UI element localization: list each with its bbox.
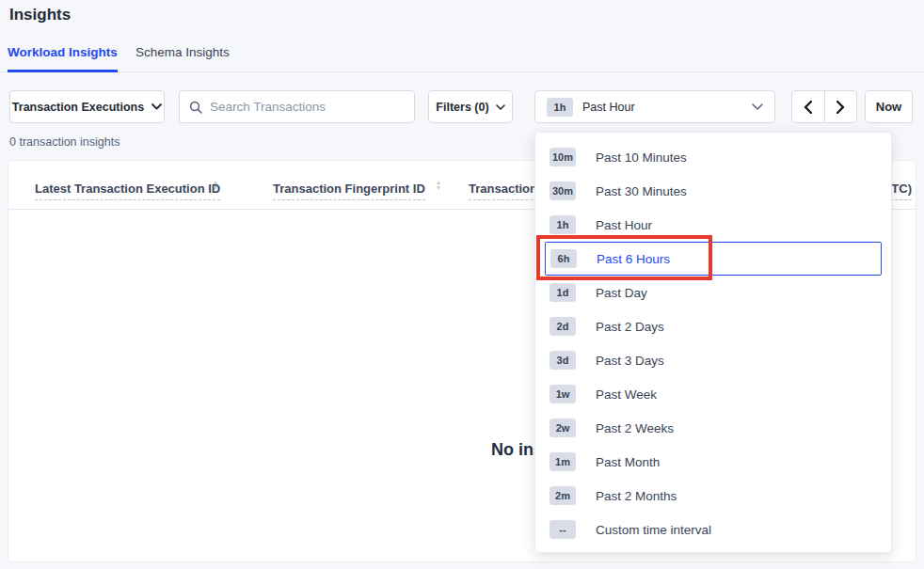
option-badge: 1d bbox=[550, 283, 576, 302]
dropdown-option-past-30-minutes[interactable]: 30m Past 30 Minutes bbox=[535, 174, 891, 208]
dropdown-option-past-day[interactable]: 1d Past Day bbox=[535, 276, 891, 309]
insights-page: Insights Workload Insights Schema Insigh… bbox=[0, 0, 924, 569]
sort-icon[interactable]: ▲▼ bbox=[434, 180, 443, 191]
chevron-right-icon bbox=[836, 101, 845, 114]
search-icon bbox=[189, 101, 202, 114]
option-badge: 1m bbox=[550, 452, 576, 471]
column-header-txn-fingerprint-id[interactable]: Transaction Fingerprint ID bbox=[273, 182, 425, 200]
option-badge: 30m bbox=[550, 182, 576, 200]
option-badge: 10m bbox=[550, 148, 576, 166]
option-label: Past Month bbox=[596, 455, 660, 469]
tab-schema-label: Schema Insights bbox=[135, 45, 230, 59]
tab-schema-insights[interactable]: Schema Insights bbox=[135, 45, 230, 59]
option-badge: 1w bbox=[550, 385, 576, 403]
dropdown-option-past-2-months[interactable]: 2m Past 2 Months bbox=[535, 479, 891, 513]
chevron-down-icon bbox=[151, 103, 162, 110]
chevron-left-icon bbox=[804, 101, 812, 114]
dropdown-option-past-6-hours[interactable]: 6h Past 6 Hours bbox=[545, 242, 882, 276]
page-title: Insights bbox=[9, 6, 71, 24]
time-interval-dropdown: 10m Past 10 Minutes 30m Past 30 Minutes … bbox=[534, 132, 892, 553]
tab-workload-insights[interactable]: Workload Insights bbox=[8, 45, 118, 59]
option-badge: 2m bbox=[550, 486, 576, 505]
option-label: Custom time interval bbox=[596, 523, 711, 537]
option-label: Past Hour bbox=[596, 218, 652, 232]
transaction-type-select[interactable]: Transaction Executions bbox=[9, 90, 165, 123]
search-transactions-box[interactable] bbox=[179, 90, 415, 123]
insights-count-text: 0 transaction insights bbox=[9, 135, 119, 149]
now-button[interactable]: Now bbox=[865, 90, 913, 123]
option-label: Past 10 Minutes bbox=[596, 150, 687, 165]
next-interval-button[interactable] bbox=[825, 91, 857, 122]
time-range-stepper bbox=[791, 90, 857, 123]
time-interval-value: Past Hour bbox=[582, 101, 635, 114]
time-interval-badge: 1h bbox=[547, 98, 573, 117]
search-transactions-input[interactable] bbox=[210, 100, 405, 114]
transaction-type-label: Transaction Executions bbox=[12, 101, 144, 114]
dropdown-option-custom-time-interval[interactable]: -- Custom time interval bbox=[535, 513, 891, 546]
filters-label: Filters (0) bbox=[436, 101, 488, 114]
now-label: Now bbox=[876, 100, 901, 114]
active-tab-underline bbox=[8, 70, 118, 72]
option-label: Past 30 Minutes bbox=[596, 184, 687, 198]
chevron-down-icon bbox=[752, 103, 763, 110]
sort-icon[interactable]: ▲▼ bbox=[211, 180, 220, 191]
option-label: Past 3 Days bbox=[596, 354, 664, 368]
dropdown-option-past-10-minutes[interactable]: 10m Past 10 Minutes bbox=[535, 140, 891, 174]
chevron-down-icon bbox=[496, 104, 505, 110]
dropdown-option-past-week[interactable]: 1w Past Week bbox=[535, 377, 891, 411]
option-label: Past 2 Weeks bbox=[596, 421, 674, 435]
option-badge: 6h bbox=[550, 249, 577, 268]
option-label: Past 2 Days bbox=[596, 320, 664, 334]
dropdown-option-past-2-weeks[interactable]: 2w Past 2 Weeks bbox=[535, 411, 891, 445]
option-label: Past 2 Months bbox=[596, 489, 677, 503]
dropdown-option-past-hour[interactable]: 1h Past Hour bbox=[535, 208, 891, 242]
option-badge: 2d bbox=[550, 317, 576, 336]
time-interval-select[interactable]: 1h Past Hour bbox=[534, 90, 775, 123]
option-label: Past Day bbox=[596, 286, 647, 300]
dropdown-option-past-3-days[interactable]: 3d Past 3 Days bbox=[535, 343, 891, 377]
previous-interval-button[interactable] bbox=[792, 91, 825, 122]
option-label: Past Week bbox=[596, 387, 657, 402]
dropdown-option-past-month[interactable]: 1m Past Month bbox=[535, 445, 891, 479]
dropdown-option-past-2-days[interactable]: 2d Past 2 Days bbox=[535, 309, 891, 343]
option-badge: 3d bbox=[550, 351, 576, 370]
option-label: Past 6 Hours bbox=[597, 252, 670, 266]
option-badge: 1h bbox=[550, 215, 576, 234]
filters-button[interactable]: Filters (0) bbox=[428, 90, 513, 123]
option-badge: -- bbox=[550, 520, 576, 539]
column-header-latest-txn-execution-id[interactable]: Latest Transaction Execution ID bbox=[35, 182, 220, 200]
tab-bar: Workload Insights Schema Insights bbox=[0, 41, 924, 72]
option-badge: 2w bbox=[550, 419, 576, 437]
tab-workload-label: Workload Insights bbox=[8, 45, 118, 59]
